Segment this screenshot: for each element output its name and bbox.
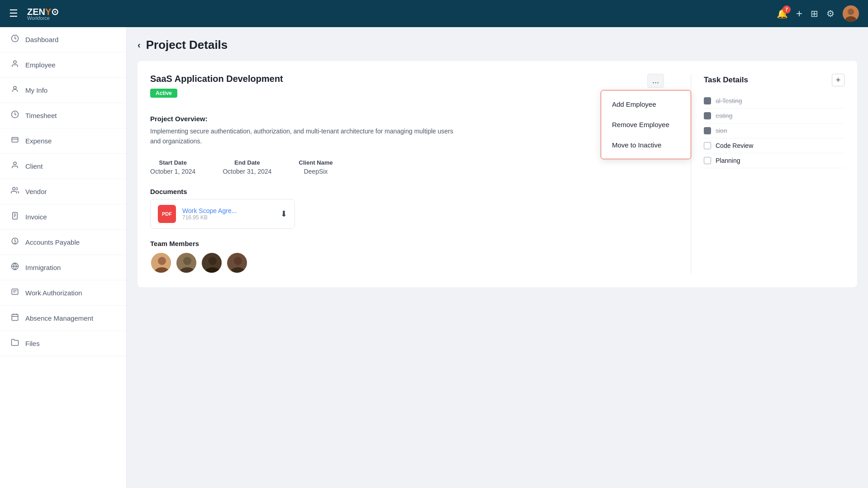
sidebar-label-employee: Employee	[25, 61, 56, 69]
add-task-button[interactable]: +	[832, 74, 844, 86]
sidebar-label-absence-management: Absence Management	[25, 314, 93, 322]
vendor-icon	[11, 186, 19, 197]
svg-rect-7	[12, 137, 18, 142]
status-badge: Active	[150, 89, 177, 98]
team-avatar-4	[226, 252, 248, 274]
sidebar-label-dashboard: Dashboard	[25, 36, 58, 43]
myinfo-icon	[11, 85, 19, 95]
client-icon	[11, 161, 19, 171]
task-details-panel: ... Add Employee Remove Employee Move to…	[691, 74, 844, 274]
svg-point-32	[209, 257, 217, 265]
team-members-title: Team Members	[150, 240, 691, 247]
doc-info: Work Scope Agre... 716.95 KB	[182, 207, 274, 221]
employee-icon	[11, 60, 19, 70]
task-checkbox-5[interactable]	[704, 157, 711, 164]
doc-size: 716.95 KB	[182, 214, 274, 221]
task-item-2: esting	[704, 109, 844, 123]
end-date-value: October 31, 2024	[223, 168, 271, 175]
sidebar-label-myinfo: My Info	[25, 86, 47, 94]
sidebar-item-dashboard[interactable]: Dashboard	[0, 27, 126, 52]
sidebar-item-work-authorization[interactable]: Work Authorization	[0, 280, 126, 306]
svg-point-5	[14, 86, 16, 89]
team-avatar-2	[175, 252, 197, 274]
sidebar-item-immigration[interactable]: Immigration	[0, 255, 126, 280]
documents-title: Documents	[150, 188, 691, 195]
team-avatar-3	[201, 252, 223, 274]
settings-icon[interactable]: ⚙	[826, 8, 835, 19]
sidebar-item-employee[interactable]: Employee	[0, 52, 126, 78]
overview-text: Implementing secure authentication, auth…	[150, 126, 458, 147]
start-date-value: October 1, 2024	[150, 168, 195, 175]
immigration-icon	[11, 262, 19, 273]
download-icon[interactable]: ⬇	[280, 209, 287, 219]
start-date-label: Start Date	[150, 159, 195, 166]
page-title: Project Details	[146, 38, 228, 52]
sidebar-item-absence-management[interactable]: Absence Management	[0, 306, 126, 331]
task-label-4: Code Review	[716, 142, 753, 149]
sidebar-item-timesheet[interactable]: Timesheet	[0, 103, 126, 128]
date-info: Start Date October 1, 2024 End Date Octo…	[150, 159, 691, 175]
client-name-col: Client Name DeepSix	[299, 159, 333, 175]
sidebar-label-invoice: Invoice	[25, 213, 47, 221]
svg-point-1	[848, 9, 854, 15]
task-item-5: Planning	[704, 153, 844, 168]
task-item-1: al Testing	[704, 94, 844, 109]
svg-point-10	[13, 187, 15, 190]
expense-icon	[11, 136, 19, 146]
pdf-icon: PDF	[158, 205, 176, 223]
three-dot-button[interactable]: ...	[647, 74, 664, 88]
task-label-2: esting	[716, 112, 732, 119]
user-avatar[interactable]	[843, 5, 859, 22]
sidebar-label-immigration: Immigration	[25, 264, 61, 271]
svg-point-26	[158, 257, 166, 265]
task-checkbox-2[interactable]	[704, 112, 711, 119]
end-date-col: End Date October 31, 2024	[223, 159, 271, 175]
sidebar-item-expense[interactable]: Expense	[0, 128, 126, 154]
task-checkbox-4[interactable]	[704, 142, 711, 149]
svg-point-9	[14, 162, 16, 165]
task-label-1: al Testing	[716, 97, 742, 104]
project-name: SaaS Application Development	[150, 74, 691, 84]
add-icon[interactable]: +	[796, 7, 802, 20]
back-button[interactable]: ‹	[138, 40, 141, 50]
end-date-label: End Date	[223, 159, 271, 166]
notification-bell[interactable]: 🔔 7	[777, 8, 788, 19]
svg-point-35	[234, 257, 242, 265]
page-header: ‹ Project Details	[138, 38, 857, 52]
dropdown-move-inactive[interactable]: Move to Inactive	[601, 135, 691, 155]
project-card-inner: SaaS Application Development Active Proj…	[150, 74, 844, 274]
sidebar-item-files[interactable]: Files	[0, 331, 126, 356]
accounts-payable-icon	[11, 237, 19, 247]
task-checkbox-1[interactable]	[704, 97, 711, 104]
task-label-5: Planning	[716, 157, 740, 164]
work-authorization-icon	[11, 288, 19, 298]
notification-badge: 7	[783, 5, 791, 14]
document-card: PDF Work Scope Agre... 716.95 KB ⬇	[150, 199, 295, 229]
team-avatar-1	[150, 252, 172, 274]
task-item-3: sion	[704, 123, 844, 138]
sidebar-item-accounts-payable[interactable]: Accounts Payable	[0, 230, 126, 255]
sidebar-label-accounts-payable: Accounts Payable	[25, 238, 80, 246]
task-checkbox-3[interactable]	[704, 127, 711, 134]
task-details-header: Task Details +	[704, 74, 844, 86]
task-details-title: Task Details	[704, 76, 748, 85]
dashboard-icon	[11, 34, 19, 45]
dropdown-remove-employee[interactable]: Remove Employee	[601, 114, 691, 135]
team-avatars	[150, 252, 691, 274]
sidebar-item-vendor[interactable]: Vendor	[0, 179, 126, 204]
doc-name[interactable]: Work Scope Agre...	[182, 207, 274, 214]
sidebar-item-client[interactable]: Client	[0, 154, 126, 179]
sidebar-label-files: Files	[25, 340, 40, 347]
sidebar-item-invoice[interactable]: Invoice	[0, 204, 126, 230]
hamburger-icon[interactable]: ☰	[9, 8, 18, 19]
dropdown-add-employee[interactable]: Add Employee	[601, 94, 691, 114]
task-item-4: Code Review	[704, 138, 844, 153]
absence-management-icon	[11, 313, 19, 323]
start-date-col: Start Date October 1, 2024	[150, 159, 195, 175]
sidebar-item-myinfo[interactable]: My Info	[0, 78, 126, 103]
client-name-label: Client Name	[299, 159, 333, 166]
logo: ZENY⊙ Workforce	[27, 6, 59, 21]
topnav-right: 🔔 7 + ⊞ ⚙	[777, 5, 859, 22]
grid-icon[interactable]: ⊞	[811, 8, 818, 19]
invoice-icon	[11, 212, 19, 222]
